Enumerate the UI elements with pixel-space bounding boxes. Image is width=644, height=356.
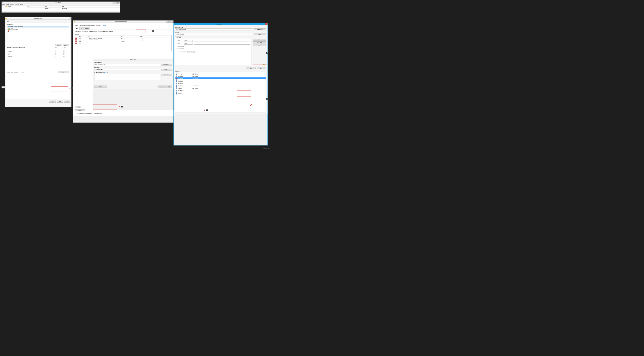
name-input[interactable] — [194, 40, 250, 42]
object-types-button[interactable]: 对象类型(O)... — [161, 64, 172, 66]
col-inherit[interactable]: 继承于 — [140, 36, 171, 38]
columns-button[interactable]: 列(C)... — [253, 39, 266, 41]
menu-view[interactable]: 查看(V) — [10, 4, 14, 5]
find-now-button[interactable]: 立即查找(N) — [253, 41, 266, 43]
close-button[interactable]: ✕ — [69, 18, 71, 20]
col-principal[interactable]: 主体 — [88, 36, 119, 38]
change-link[interactable]: 更改(C) — [103, 25, 106, 26]
table-row[interactable]: 允许 — [75, 43, 172, 44]
minimize-button[interactable]: — — [166, 21, 168, 23]
list-item[interactable]: Administrat...WIN-J0UVM... — [175, 77, 266, 79]
close-button[interactable]: ✕ — [265, 23, 268, 25]
apply-button[interactable]: 应用(A) — [64, 101, 70, 102]
col-access[interactable]: 访问 — [119, 36, 140, 38]
col-name[interactable]: 名称 — [27, 6, 44, 8]
object-types-button[interactable]: 对象类型(O)... — [254, 29, 266, 30]
menu-fav[interactable]: 收藏夹(A) — [15, 4, 19, 5]
list-item[interactable]: Administrat...WIN-J0UVM... — [175, 76, 266, 77]
names-input[interactable] — [94, 74, 160, 80]
deny-checkbox[interactable] — [63, 51, 64, 52]
callout-4: 4 — [264, 52, 268, 54]
table-row[interactable]: 允许S…完全控制 — [75, 41, 172, 43]
ok-button[interactable]: 确定 — [246, 68, 256, 69]
desc-input[interactable] — [194, 43, 250, 44]
perm-titlebar[interactable]: GracePeriod 的权限 ✕ — [5, 17, 71, 20]
list-item[interactable]: ALL APPLICATION PACKAGES — [9, 26, 23, 28]
remove-button[interactable]: 删除(R) — [62, 44, 69, 46]
tab-effective[interactable]: 有效访问 — [84, 28, 90, 30]
perm-name: 读取 — [8, 53, 51, 55]
adv-hint: 如需其他信息，请双击权限项目。若要修改权限项目，请选择该项目并单击"编辑"(如果… — [75, 31, 172, 32]
name-condition-combo[interactable]: 起始为 — [184, 40, 193, 42]
col-type[interactable]: 类型 — [44, 6, 62, 8]
add-button[interactable]: 添加(D)... — [56, 44, 62, 46]
list-item[interactable]: Backup Op...WIN-J0UVM... — [175, 84, 266, 86]
examples-link[interactable]: 例如 — [104, 72, 106, 73]
enable-inherit-button[interactable]: 启用继承(I) — [75, 109, 85, 111]
cancel-button[interactable]: 取消 — [256, 68, 266, 69]
results-list[interactable]: 名称 所在文件夹 Access Con...WIN-J0UVM...Admini… — [175, 72, 266, 113]
adv-titlebar[interactable]: GracePeriod的高级安全设置 — ☐ ✕ — [73, 21, 173, 23]
tab-permissions[interactable]: 权限 — [75, 28, 79, 30]
maximize-button[interactable]: ☐ — [168, 21, 171, 23]
list-item[interactable]: Administrators (WIN-J0UVMH2BJ97\Administ… — [9, 30, 31, 32]
minimize-button[interactable]: — — [113, 2, 115, 4]
menu-file[interactable]: 文件(F) — [2, 4, 5, 5]
list-item[interactable]: CONSOLE ... — [175, 90, 266, 91]
list-item[interactable]: Access Con...WIN-J0UVM... — [175, 74, 266, 76]
watermark: CSDN @Siv1Q诗诗 — [262, 148, 270, 149]
table-row[interactable]: 允许NETWORK SERVICE无 — [75, 39, 172, 41]
desc-condition-combo[interactable]: 起始为 — [184, 43, 193, 45]
regedit-title: 注册表编辑器 — [4, 2, 113, 3]
entries-list[interactable]: 类型 主体 访问 继承于 允许ALL APPLICATION PACKAGES读… — [75, 36, 172, 51]
regedit-row[interactable]: REG_SZ (数值未设置) — [27, 8, 120, 9]
maximize-button[interactable]: ☐ — [115, 2, 118, 4]
deny-checkbox[interactable] — [63, 53, 64, 54]
principals-list[interactable]: ALL APPLICATION PACKAGES SYSTEM NETWORK … — [7, 26, 69, 43]
list-item[interactable]: Authenticat... — [175, 83, 266, 84]
perm-for-label: ALL APPLICATION PACKAGES 的权限(P) — [7, 47, 52, 49]
list-item[interactable]: ALL APPLIC... — [175, 79, 266, 81]
list-item[interactable]: CREATOR ... — [175, 93, 266, 95]
locations-button[interactable]: 位置(L)... — [161, 69, 172, 71]
advanced-button[interactable]: 高级(V) — [58, 71, 69, 73]
table-row[interactable]: 允许ALL APPLICATION PACKAGES读取无 — [75, 38, 172, 39]
cancel-button[interactable]: 取消 — [166, 86, 172, 88]
tab-security[interactable]: 安全 — [6, 21, 10, 23]
seluser2-titlebar[interactable]: 选择用户或组 ✕ — [174, 23, 268, 25]
cancel-button[interactable]: 取消 — [57, 101, 63, 102]
close-button[interactable]: ✕ — [171, 21, 173, 23]
regedit-titlebar[interactable]: 📋 注册表编辑器 — ☐ ✕ — [2, 2, 120, 4]
advanced-button[interactable]: 高级(A)... — [94, 86, 107, 88]
menu-edit[interactable]: 编辑(E) — [6, 4, 9, 5]
col-name[interactable]: 名称 — [175, 72, 191, 74]
col-folder[interactable]: 所在文件夹 — [191, 72, 266, 74]
replace-checkbox[interactable] — [75, 113, 76, 114]
allow-checkbox[interactable] — [55, 51, 56, 52]
check-names-button[interactable]: 检查名称(C) — [161, 74, 172, 76]
locations-button[interactable]: 位置(L)... — [254, 33, 266, 35]
col-type[interactable]: 类型 — [78, 36, 88, 38]
list-item[interactable]: CREATOR ... — [175, 91, 266, 93]
system-icon — [8, 28, 9, 29]
disabled-label: 禁用的帐户(B) — [178, 46, 184, 47]
list-item[interactable]: SYSTEM — [9, 28, 13, 29]
list-item[interactable]: NETWORK SERVICE — [9, 29, 18, 30]
expand-icon[interactable]: ▷ — [5, 6, 6, 7]
add-entry-button[interactable]: 添加(D) — [75, 106, 81, 108]
menu-help[interactable]: 帮助(H) — [20, 4, 23, 5]
list-item[interactable]: ANONYMO... — [175, 81, 266, 83]
ok-button[interactable]: 确定 — [50, 101, 56, 102]
allow-checkbox[interactable] — [55, 53, 56, 54]
ok-button[interactable]: 确定 — [158, 86, 165, 88]
tab-audit[interactable]: 审核 — [80, 28, 84, 30]
regedit-tree[interactable]: ▷StorPort — [2, 6, 27, 11]
col-data[interactable]: 数据 — [61, 6, 120, 8]
close-button[interactable]: ✕ — [118, 2, 120, 4]
tree-item[interactable]: StorPort — [8, 6, 11, 7]
stop-button[interactable]: 停止(T) — [253, 44, 266, 46]
seluser-titlebar[interactable]: 选择用户或组 — [93, 58, 174, 60]
list-item[interactable]: Certificate ...WIN-J0UVM... — [175, 88, 266, 90]
list-item[interactable]: BATCH — [175, 86, 266, 88]
tab-common-queries[interactable]: 一般性查询 — [175, 36, 182, 39]
